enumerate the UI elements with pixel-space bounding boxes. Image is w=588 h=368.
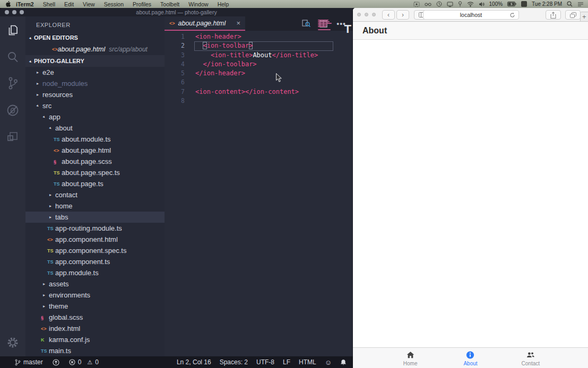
tree-item-resources[interactable]: ▸resources <box>25 89 165 100</box>
show-tabs-button[interactable] <box>565 10 581 20</box>
feedback-smiley-icon[interactable]: ☺ <box>325 358 332 366</box>
menu-view[interactable]: View <box>83 1 95 7</box>
menubar-clock[interactable]: Tue 2:28 PM <box>532 1 562 7</box>
tree-item-app[interactable]: ▸app <box>25 111 165 122</box>
close-window-button[interactable] <box>357 13 361 16</box>
explorer-icon[interactable] <box>6 23 20 37</box>
wifi-icon[interactable] <box>467 2 474 7</box>
back-button[interactable]: ‹ <box>382 10 395 20</box>
code-line-8[interactable]: 8 <box>165 97 353 106</box>
contact-icon <box>525 351 536 360</box>
tree-item-global-scss[interactable]: §global.scss <box>25 312 165 323</box>
tree-item-app-routing-module-ts[interactable]: TSapp-routing.module.ts <box>25 223 165 234</box>
minimap[interactable] <box>318 20 334 32</box>
indentation[interactable]: Spaces: 2 <box>220 358 248 366</box>
screen-record-icon[interactable] <box>413 2 420 7</box>
tree-item-home[interactable]: ▸home <box>25 200 165 212</box>
tree-item-contact[interactable]: ▸contact <box>25 189 165 200</box>
tree-item-src[interactable]: ▸src <box>25 100 165 111</box>
tree-item-app-component-ts[interactable]: TSapp.component.ts <box>25 256 165 267</box>
tree-item-app-module-ts[interactable]: TSapp.module.ts <box>25 267 165 278</box>
tree-item-index-html[interactable]: <>index.html <box>25 323 165 334</box>
open-editors-section[interactable]: ▸ OPEN EDITORS <box>25 32 165 43</box>
menu-session[interactable]: Session <box>104 1 124 7</box>
code-line-2[interactable]: 2 <ion-toolbar> <box>165 41 353 50</box>
menu-window[interactable]: Window <box>188 1 208 7</box>
forward-button[interactable]: › <box>396 10 409 20</box>
tree-item-node-modules[interactable]: ▸node_modules <box>25 78 165 89</box>
git-branch-indicator[interactable]: master <box>15 358 43 366</box>
code-editor[interactable]: 1<ion-header>2 <ion-toolbar>3 <ion-title… <box>165 31 353 356</box>
menu-profiles[interactable]: Profiles <box>133 1 151 7</box>
publish-changes-button[interactable] <box>53 359 59 366</box>
notifications-bell-icon[interactable] <box>340 359 347 366</box>
code-line-3[interactable]: 3 <ion-title>About</ion-title> <box>165 51 353 60</box>
source-control-icon[interactable] <box>6 76 19 90</box>
tree-item-about-page-html[interactable]: <>about.page.html <box>25 145 165 156</box>
menu-toolbelt[interactable]: Toolbelt <box>160 1 179 7</box>
address-bar[interactable]: localhost <box>423 10 519 20</box>
share-button[interactable] <box>546 10 561 20</box>
eol[interactable]: LF <box>283 358 290 366</box>
menu-help[interactable]: Help <box>218 1 229 7</box>
tab-home[interactable]: Home <box>381 348 440 368</box>
close-window-button[interactable] <box>5 10 9 14</box>
tree-item-app-component-html[interactable]: <>app.component.html <box>25 234 165 245</box>
tree-item-assets[interactable]: ▸assets <box>25 278 165 290</box>
debug-icon[interactable] <box>6 103 20 117</box>
project-section-photo-gallery[interactable]: ▸ PHOTO-GALLERY <box>25 55 165 67</box>
reload-icon[interactable] <box>509 12 515 18</box>
zoom-window-button[interactable] <box>20 10 24 14</box>
tab-contact[interactable]: Contact <box>500 348 560 368</box>
cursor-position[interactable]: Ln 2, Col 16 <box>177 358 211 366</box>
encoding[interactable]: UTF-8 <box>256 358 274 366</box>
display-icon[interactable] <box>447 2 453 7</box>
close-tab-icon[interactable]: × <box>236 19 240 27</box>
open-editor-about-page-html[interactable]: <> about.page.html src/app/about <box>25 43 165 55</box>
tree-item-about[interactable]: ▸about <box>25 122 165 134</box>
minimize-window-button[interactable] <box>12 10 16 14</box>
notification-center-icon[interactable] <box>577 2 584 7</box>
battery-icon[interactable] <box>507 2 516 6</box>
tree-item-theme[interactable]: ▸theme <box>25 301 165 312</box>
tab-about-page-html[interactable]: <> about.page.html × <box>165 16 245 31</box>
language-mode[interactable]: HTML <box>299 358 316 366</box>
menu-iterm2[interactable]: iTerm2 <box>16 1 34 7</box>
code-line-6[interactable]: 6 <box>165 78 353 87</box>
tree-item-tabs[interactable]: ▸tabs <box>25 212 165 223</box>
code-line-7[interactable]: 7<ion-content></ion-content> <box>165 87 353 97</box>
tree-item-about-module-ts[interactable]: TSabout.module.ts <box>25 134 165 145</box>
tree-item-main-ts[interactable]: TSmain.ts <box>25 345 165 356</box>
open-changes-icon[interactable] <box>302 20 310 28</box>
vscode-titlebar[interactable]: about.page.html — photo-gallery <box>0 8 353 16</box>
tree-item-e2e[interactable]: ▸e2e <box>25 67 165 78</box>
tab-about[interactable]: About <box>440 348 500 368</box>
tree-item-karma-conf-js[interactable]: Kkarma.conf.js <box>25 334 165 345</box>
tree-item-about-page-spec-ts[interactable]: TSabout.page.spec.ts <box>25 167 165 178</box>
zoom-window-button[interactable] <box>372 13 376 16</box>
glasses-icon[interactable] <box>425 2 431 6</box>
pin-icon[interactable] <box>458 1 462 7</box>
spotlight-icon[interactable] <box>567 1 573 7</box>
input-source-flag-icon[interactable] <box>521 1 527 7</box>
tree-item-about-page-ts[interactable]: TSabout.page.ts <box>25 178 165 189</box>
tree-item-about-page-scss[interactable]: §about.page.scss <box>25 156 165 167</box>
menu-edit[interactable]: Edit <box>64 1 74 7</box>
clock-icon[interactable] <box>436 1 442 7</box>
tree-item-app-component-spec-ts[interactable]: TSapp.component.spec.ts <box>25 245 165 256</box>
search-icon[interactable] <box>6 50 19 63</box>
settings-icon[interactable] <box>6 336 19 349</box>
html-file-icon: <> <box>41 326 49 331</box>
tree-item-environments[interactable]: ▸environments <box>25 290 165 301</box>
battery-percent[interactable]: 100% <box>489 1 503 7</box>
apple-menu-icon[interactable] <box>4 1 12 7</box>
minimize-window-button[interactable] <box>365 13 368 16</box>
problems-indicator[interactable]: 0 ⚠ 0 <box>69 358 99 366</box>
volume-icon[interactable] <box>479 2 485 7</box>
code-line-1[interactable]: 1<ion-header> <box>165 32 353 41</box>
code-line-5[interactable]: 5</ion-header> <box>165 69 353 78</box>
new-tab-button[interactable]: + <box>580 12 588 22</box>
extensions-icon[interactable] <box>6 130 19 143</box>
menu-shell[interactable]: Shell <box>43 1 55 7</box>
code-line-4[interactable]: 4 </ion-toolbar> <box>165 60 353 69</box>
